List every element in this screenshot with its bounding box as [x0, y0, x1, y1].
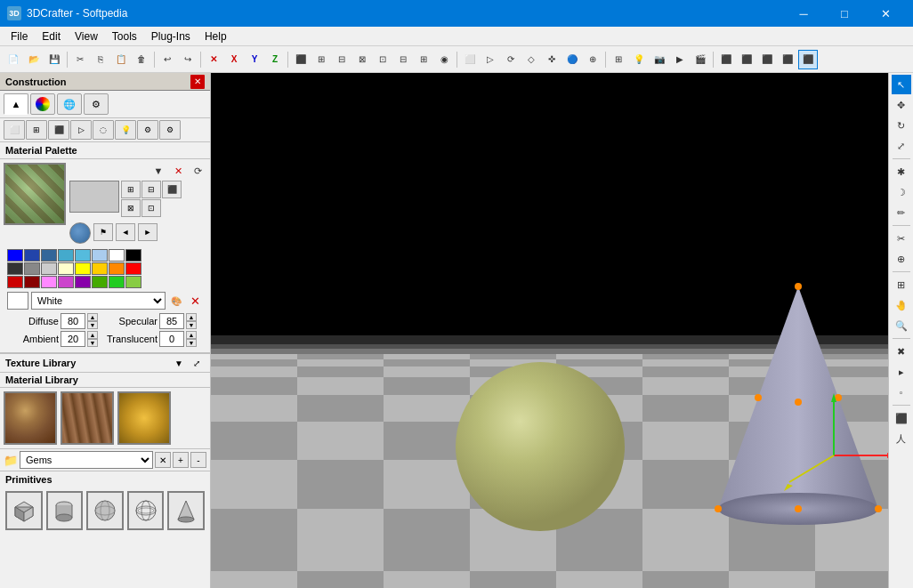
- tb-lights[interactable]: 💡: [629, 50, 649, 69]
- color-swatch-item[interactable]: [75, 262, 91, 275]
- diffuse-down[interactable]: ▼: [87, 321, 98, 329]
- color-swatch-item[interactable]: [58, 262, 74, 275]
- mat-flag-icon[interactable]: ⚑: [93, 223, 113, 241]
- rt-tool11[interactable]: ◦: [892, 383, 911, 402]
- tb-delete[interactable]: 🗑: [132, 50, 151, 69]
- diffuse-up[interactable]: ▲: [87, 313, 98, 321]
- primitive-cone[interactable]: [167, 491, 205, 530]
- color-swatch-item[interactable]: [7, 249, 23, 262]
- rt-select-btn[interactable]: ↖: [892, 75, 911, 94]
- tb-copy[interactable]: ⎘: [91, 50, 110, 69]
- rt-tool1[interactable]: ✱: [892, 162, 911, 181]
- tab-materials[interactable]: 🌐: [57, 93, 82, 115]
- primitive-sphere[interactable]: [86, 491, 124, 530]
- tb-render[interactable]: ▶: [670, 50, 690, 69]
- tb-obj7[interactable]: ⊕: [583, 50, 602, 69]
- menu-edit[interactable]: Edit: [35, 28, 68, 44]
- material-color-preview[interactable]: [7, 292, 28, 310]
- rt-tool4[interactable]: ✂: [892, 229, 911, 248]
- tb-obj1[interactable]: ⬜: [460, 50, 480, 69]
- rt-tool7[interactable]: 🤚: [892, 295, 911, 315]
- rt-tool8[interactable]: 🔍: [892, 316, 911, 335]
- tb-view2[interactable]: ⊞: [311, 50, 331, 69]
- specular-value[interactable]: [159, 313, 184, 329]
- mat-filter-btn[interactable]: ▼: [149, 163, 167, 179]
- translucent-down[interactable]: ▼: [186, 339, 197, 347]
- color-swatch-item[interactable]: [41, 276, 57, 288]
- mat-icon-5[interactable]: ⊡: [141, 199, 161, 217]
- ambient-up[interactable]: ▲: [87, 331, 98, 339]
- color-swatch-item[interactable]: [109, 262, 125, 275]
- tab-shapes[interactable]: ▲: [4, 93, 28, 115]
- translucent-value[interactable]: [159, 331, 184, 347]
- rt-tool6[interactable]: ⊞: [892, 275, 911, 294]
- subtab-4[interactable]: ▷: [70, 120, 92, 140]
- ambient-down[interactable]: ▼: [87, 339, 98, 347]
- tb-view8[interactable]: ◉: [434, 50, 454, 69]
- rt-rotate-btn[interactable]: ↻: [892, 116, 911, 135]
- tb-obj5[interactable]: ✜: [542, 50, 562, 69]
- subtab-1[interactable]: ⬜: [4, 120, 25, 140]
- mat-icon-3[interactable]: ⬛: [162, 181, 182, 198]
- color-swatch-item[interactable]: [109, 276, 125, 288]
- color-swatch-item[interactable]: [75, 276, 91, 288]
- color-swatch-item[interactable]: [58, 276, 74, 288]
- rt-tool9[interactable]: ✖: [892, 342, 911, 361]
- mat-icon-2[interactable]: ⊟: [141, 181, 161, 198]
- mat-color-icon[interactable]: 🎨: [168, 293, 184, 309]
- mat-arrow-l[interactable]: ◄: [116, 223, 135, 241]
- rt-tool13[interactable]: 人: [892, 429, 911, 448]
- tb-obj6[interactable]: 🔵: [562, 50, 582, 69]
- tb-active-mode[interactable]: ⬛: [798, 50, 818, 69]
- tb-anim[interactable]: 🎬: [691, 50, 710, 69]
- color-swatch-item[interactable]: [24, 262, 40, 275]
- color-swatch-item[interactable]: [125, 276, 141, 288]
- material-thumb-1[interactable]: [4, 391, 57, 445]
- mat-icon-4[interactable]: ⊠: [121, 199, 141, 217]
- primitive-lattice[interactable]: [127, 491, 165, 530]
- tb-y-axis[interactable]: Y: [245, 50, 264, 69]
- tb-x-axis[interactable]: X: [224, 50, 244, 69]
- color-swatch-item[interactable]: [109, 249, 125, 262]
- specular-up[interactable]: ▲: [186, 313, 197, 321]
- menu-help[interactable]: Help: [198, 28, 234, 44]
- color-swatch-item[interactable]: [41, 249, 57, 262]
- tb-z-axis[interactable]: Z: [265, 50, 285, 69]
- tb-redo[interactable]: ↪: [178, 50, 198, 69]
- tb-new[interactable]: 📄: [4, 50, 23, 69]
- color-swatch-item[interactable]: [125, 262, 141, 275]
- library-folder-dropdown[interactable]: Gems: [20, 451, 153, 469]
- specular-down[interactable]: ▼: [186, 321, 197, 329]
- color-swatch-item[interactable]: [24, 276, 40, 288]
- tb-view3[interactable]: ⊟: [332, 50, 351, 69]
- tb-misc1[interactable]: ⬛: [716, 50, 736, 69]
- rt-move-btn[interactable]: ✥: [892, 95, 911, 115]
- menu-tools[interactable]: Tools: [105, 28, 144, 44]
- color-swatch-item[interactable]: [7, 276, 23, 288]
- rt-tool12[interactable]: ⬛: [892, 408, 911, 428]
- subtab-8[interactable]: ⚙: [159, 120, 181, 140]
- material-thumb-3[interactable]: [117, 391, 171, 445]
- tb-stop[interactable]: ✕: [204, 50, 223, 69]
- color-swatch-item[interactable]: [75, 249, 91, 262]
- subtab-7[interactable]: ⚙: [137, 120, 158, 140]
- color-swatch-item[interactable]: [41, 262, 57, 275]
- subtab-3[interactable]: ⬛: [48, 120, 69, 140]
- primitive-cube[interactable]: [5, 491, 43, 530]
- menu-file[interactable]: File: [4, 28, 35, 44]
- minimize-button[interactable]: ─: [783, 0, 824, 27]
- tab-colors[interactable]: [30, 93, 55, 115]
- tb-view6[interactable]: ⊟: [393, 50, 413, 69]
- tb-view5[interactable]: ⊡: [373, 50, 392, 69]
- subtab-5[interactable]: ◌: [93, 120, 114, 140]
- mat-icon-1[interactable]: ⊞: [121, 181, 141, 198]
- tab-settings[interactable]: ⚙: [84, 93, 109, 115]
- folder-delete-btn[interactable]: ✕: [155, 452, 171, 468]
- diffuse-value[interactable]: [61, 313, 85, 329]
- rt-tool5[interactable]: ⊕: [892, 249, 911, 269]
- color-swatch-item[interactable]: [7, 262, 23, 275]
- maximize-button[interactable]: □: [824, 0, 865, 27]
- tb-view7[interactable]: ⊞: [414, 50, 433, 69]
- mat-delete-btn[interactable]: ✕: [187, 293, 203, 309]
- subtab-2[interactable]: ⊞: [26, 120, 47, 140]
